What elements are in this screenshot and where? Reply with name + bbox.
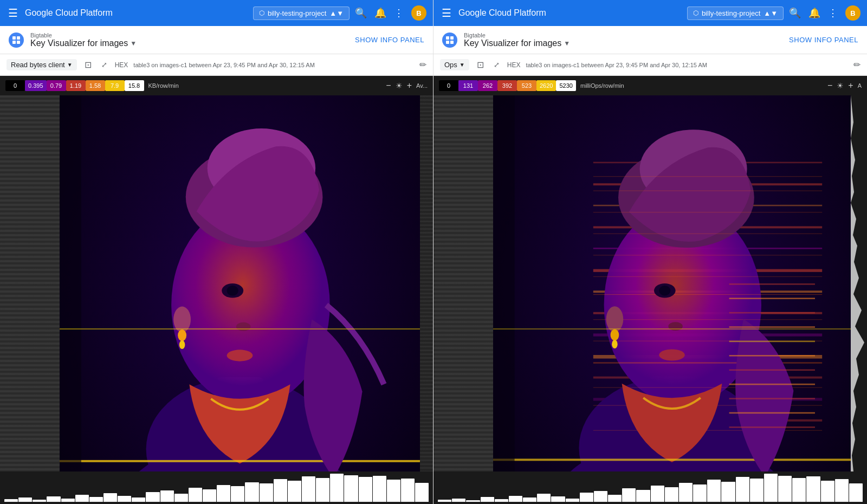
hbar	[373, 476, 386, 502]
right-bell-icon[interactable]: 🔔	[808, 7, 820, 19]
left-project-name: billy-testing-project	[268, 9, 326, 17]
left-dots-icon[interactable]: ⋮	[394, 7, 404, 19]
left-legend-val-1: 0.395	[25, 80, 47, 91]
left-legend-av: Av...	[416, 82, 428, 89]
hbar	[835, 479, 849, 502]
svg-rect-57	[593, 430, 822, 431]
left-panel: ☰ Google Cloud Platform ⬡ billy-testing-…	[0, 0, 434, 504]
hbar	[217, 485, 230, 502]
svg-rect-3	[17, 41, 20, 44]
right-metric-selector[interactable]: Ops ▼	[440, 59, 469, 70]
hbar	[245, 482, 258, 502]
right-legend-brightness[interactable]: ☀	[837, 81, 844, 90]
left-bell-icon[interactable]: 🔔	[374, 7, 386, 19]
right-row-strip	[434, 95, 493, 471]
left-search-icon[interactable]: 🔍	[355, 7, 367, 19]
hbar	[75, 495, 89, 502]
right-project-selector[interactable]: ⬡ billy-testing-project ▲▼	[687, 7, 784, 20]
svg-point-59	[659, 286, 670, 295]
left-legend-bar: 0 0.395 0.79 1.19 1.58 7.9 15.8 KB/row/m…	[0, 76, 433, 95]
right-edit-icon[interactable]: ✏	[853, 60, 860, 70]
left-row-strip	[0, 95, 60, 471]
hbar	[523, 497, 536, 502]
hbar	[806, 476, 820, 502]
svg-rect-72	[729, 355, 815, 357]
svg-rect-70	[729, 326, 815, 328]
left-legend-val-6: 15.8	[125, 80, 144, 91]
right-expand-icon[interactable]: ⤢	[491, 59, 502, 71]
right-heatmap[interactable]	[493, 95, 851, 471]
hbar	[636, 490, 650, 502]
svg-point-13	[236, 322, 251, 331]
right-search-icon[interactable]: 🔍	[789, 7, 801, 19]
svg-rect-18	[60, 460, 420, 462]
left-legend-minus[interactable]: −	[386, 81, 391, 91]
left-legend-controls: − ☀ + Av...	[386, 81, 428, 91]
hbar	[89, 497, 103, 502]
svg-rect-24	[450, 41, 454, 44]
svg-rect-47	[593, 212, 822, 212]
left-toolbar-info: table3 on images-c1 between Apr 23, 9:45…	[133, 62, 414, 68]
right-subheader: Bigtable Key Visualizer for images ▼ SHO…	[434, 26, 867, 54]
right-service-label: Bigtable	[464, 32, 570, 38]
svg-point-14	[227, 350, 253, 361]
right-legend-plus[interactable]: +	[848, 81, 853, 91]
right-legend-val-3: 392	[497, 80, 517, 91]
svg-rect-71	[729, 341, 815, 343]
right-legend-val-4: 523	[517, 80, 536, 91]
right-hex-label: HEX	[507, 61, 521, 69]
left-navbar-icons: 🔍 🔔 ⋮ B	[355, 5, 426, 21]
right-legend-unit: milliOps/row/min	[580, 82, 624, 89]
right-avatar[interactable]: B	[845, 5, 860, 21]
right-crop-icon[interactable]: ⊡	[475, 57, 486, 72]
right-legend-bar: 0 131 262 392 523 2620 5230 milliOps/row…	[434, 76, 867, 95]
right-axis-left	[434, 95, 493, 471]
hbar	[495, 499, 508, 502]
right-legend-av: A	[858, 82, 862, 89]
right-legend-val-6: 5230	[556, 80, 575, 91]
left-viz-area	[0, 95, 433, 471]
right-toolbar-info: table3 on images-c1 between Apr 23, 9:45…	[526, 62, 848, 68]
hbar	[821, 481, 834, 502]
right-metric-chevron: ▼	[460, 62, 465, 68]
right-project-name: billy-testing-project	[702, 9, 760, 17]
right-toolbar: Ops ▼ ⊡ ⤢ HEX table3 on images-c1 betwee…	[434, 54, 867, 76]
left-crop-icon[interactable]: ⊡	[82, 57, 94, 72]
hbar	[103, 493, 117, 502]
left-avatar[interactable]: B	[411, 5, 426, 21]
hbar	[707, 480, 721, 502]
hbar	[551, 496, 565, 502]
svg-rect-75	[729, 398, 815, 399]
right-show-info-panel[interactable]: SHOW INFO PANEL	[789, 36, 858, 44]
left-metric-selector[interactable]: Read bytes client ▼	[7, 59, 77, 70]
hbar	[61, 499, 75, 502]
left-show-info-panel[interactable]: SHOW INFO PANEL	[355, 36, 424, 44]
left-project-selector[interactable]: ⬡ billy-testing-project ▲▼	[253, 7, 350, 20]
left-menu-icon[interactable]: ☰	[7, 7, 20, 20]
svg-point-64	[612, 340, 618, 348]
left-legend-unit: KB/row/min	[148, 82, 179, 89]
hbar	[330, 474, 344, 502]
left-expand-icon[interactable]: ⤢	[99, 59, 109, 71]
svg-point-60	[668, 322, 682, 331]
svg-rect-67	[729, 283, 815, 285]
hbar	[387, 480, 400, 502]
svg-rect-74	[729, 384, 815, 385]
left-heatmap[interactable]	[60, 95, 420, 471]
svg-rect-50	[593, 276, 822, 277]
right-legend-minus[interactable]: −	[827, 81, 832, 91]
left-edit-icon[interactable]: ✏	[419, 60, 426, 70]
right-title-chevron[interactable]: ▼	[564, 40, 570, 47]
right-legend-val-0: 0	[439, 80, 458, 91]
left-bigtable-icon	[9, 33, 24, 48]
hbar	[288, 481, 301, 502]
svg-rect-73	[729, 369, 815, 371]
hbar	[260, 483, 273, 502]
right-dots-icon[interactable]: ⋮	[828, 7, 838, 19]
left-legend-plus[interactable]: +	[407, 81, 412, 91]
left-navbar: ☰ Google Cloud Platform ⬡ billy-testing-…	[0, 0, 433, 26]
left-legend-val-0: 0	[5, 80, 25, 91]
left-title-chevron[interactable]: ▼	[130, 40, 137, 47]
right-menu-icon[interactable]: ☰	[440, 7, 453, 20]
left-legend-brightness[interactable]: ☀	[396, 81, 403, 90]
